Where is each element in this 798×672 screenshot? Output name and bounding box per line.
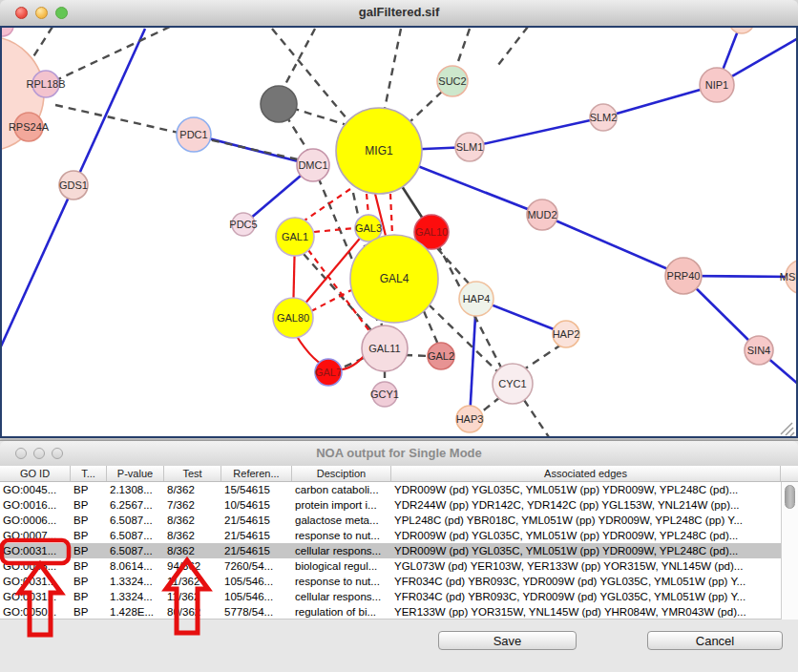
column-header-desciption[interactable]: Desciption	[292, 466, 391, 481]
cell-go_id: GO:0045...	[0, 482, 71, 497]
cell-go_id: GO:0007...	[0, 528, 71, 543]
table-body: GO:0045...BP2.1308...8/36215/54615carbon…	[0, 482, 781, 620]
cell-p_value: 1.3324...	[107, 589, 164, 604]
cell-associated_edges: YER133W (pp) YOR315W, YNL145W (pd) YHR08…	[391, 604, 781, 620]
cell-reference: 7260/54...	[221, 558, 292, 574]
node-label-GAL7: GAL7	[315, 367, 342, 378]
column-header-test[interactable]: Test	[164, 466, 221, 481]
column-header-p-value[interactable]: P-value	[107, 466, 164, 481]
node-label-DMC1: DMC1	[298, 159, 327, 171]
cell-type: BP	[71, 604, 107, 620]
cell-test: 11/362	[164, 574, 221, 589]
cell-type: BP	[71, 543, 107, 558]
network-canvas[interactable]: RPL18BRPS24AGDS1PDC1DMC1MIG1SUC2SLM1SLM2…	[0, 26, 798, 438]
cell-test: 80/362	[164, 604, 221, 620]
cell-test: 8/362	[164, 482, 221, 497]
cell-go_id: GO:0031...	[0, 589, 71, 604]
table-scrollbar[interactable]	[781, 482, 798, 620]
resize-grip-icon[interactable]	[781, 423, 794, 436]
node-label-MUD2: MUD2	[527, 209, 556, 220]
edge-dash	[524, 400, 551, 436]
cell-description: cellular respons...	[292, 589, 391, 604]
cell-reference: 15/54615	[221, 482, 292, 497]
save-button[interactable]: Save	[438, 631, 577, 650]
node-label-SUC2: SUC2	[438, 75, 466, 87]
scrollbar-thumb[interactable]	[785, 485, 795, 509]
cell-type: BP	[71, 574, 107, 589]
edge-dash	[284, 29, 315, 88]
cell-description: response to nut...	[292, 574, 391, 589]
table-row[interactable]: GO:0031...BP6.5087...8/36221/54615cellul…	[0, 543, 781, 558]
node-label-RPL18B: RPL18B	[27, 78, 66, 90]
edge-dash	[385, 29, 401, 109]
edge-dash	[498, 28, 528, 65]
cell-associated_edges: YGL073W (pd) YER103W, YER133W (pp) YOR31…	[391, 558, 781, 574]
cell-associated_edges: YPL248C (pd) YBR018C, YML051W (pp) YDR00…	[391, 513, 781, 528]
network-window-title: galFiltered.sif	[0, 5, 798, 19]
network-window-titlebar[interactable]: galFiltered.sif	[0, 0, 798, 27]
cell-test: 7/362	[164, 497, 221, 513]
edge-dash	[424, 311, 438, 345]
node-label-MIG1: MIG1	[365, 144, 393, 158]
table-row[interactable]: GO:0016...BP6.2567...7/36210/54615protei…	[0, 497, 781, 513]
cell-associated_edges: YFR034C (pd) YBR093C, YDR009W (pd) YGL03…	[391, 589, 781, 604]
node-label-SLM1: SLM1	[456, 141, 484, 153]
cell-reference: 21/54615	[221, 543, 292, 558]
cell-description: galactose meta...	[292, 513, 391, 528]
network-graph: RPL18BRPS24AGDS1PDC1DMC1MIG1SUC2SLM1SLM2…	[2, 28, 796, 436]
node-label-GDS1: GDS1	[59, 179, 88, 191]
cell-reference: 21/54615	[221, 528, 292, 543]
cell-reference: 105/546...	[221, 574, 292, 589]
column-header-associated-edges[interactable]: Associated edges	[391, 466, 781, 481]
cell-go_id: GO:0016...	[0, 497, 71, 513]
node-label-GCY1: GCY1	[370, 388, 399, 400]
edge-reddash	[390, 194, 392, 235]
column-header-t-[interactable]: T...	[71, 466, 107, 481]
edge-dash	[410, 92, 442, 122]
cell-type: BP	[71, 513, 107, 528]
cell-associated_edges: YDR009W (pd) YGL035C, YML051W (pp) YDR00…	[391, 528, 781, 543]
cell-reference: 10/54615	[221, 497, 292, 513]
noa-window-titlebar[interactable]: NOA output for Single Mode	[0, 441, 798, 467]
node-gray-node[interactable]	[261, 86, 297, 122]
cancel-button[interactable]: Cancel	[647, 631, 783, 650]
cell-description: cellular respons...	[292, 543, 391, 558]
node-corner-top-left[interactable]	[2, 28, 13, 36]
edge-dash	[405, 355, 429, 356]
table-row[interactable]: GO:0006...BP6.5087...8/36221/54615galact…	[0, 513, 781, 528]
network-window: galFiltered.sif RPL18BRPS24AGDS1PDC1DMC1…	[0, 0, 798, 438]
cell-type: BP	[71, 482, 107, 497]
cell-p_value: 6.2567...	[107, 497, 164, 513]
table-row[interactable]: GO:0065...BP8.0614...94/3627260/54...bio…	[0, 558, 781, 574]
node-label-RPS24A: RPS24A	[9, 121, 50, 133]
cell-go_id: GO:0050...	[0, 604, 71, 620]
node-label-PDC5: PDC5	[229, 219, 257, 230]
edge-reddash	[304, 189, 350, 220]
cell-description: response to nut...	[292, 528, 391, 543]
table-row[interactable]: GO:0031...BP1.3324...11/362105/546...cel…	[0, 589, 781, 604]
cell-test: 8/362	[164, 513, 221, 528]
cell-reference: 5778/54...	[221, 604, 292, 620]
cell-p_value: 1.3324...	[107, 574, 164, 589]
table-row[interactable]: GO:0031...BP1.3324...11/362105/546...res…	[0, 574, 781, 589]
edge-reddash	[367, 194, 368, 215]
edge-dash	[524, 345, 561, 369]
cell-test: 8/362	[164, 528, 221, 543]
column-header-scroll-cap	[781, 466, 798, 481]
table-row[interactable]: GO:0045...BP2.1308...8/36215/54615carbon…	[0, 482, 781, 497]
column-header-referen-[interactable]: Referen...	[221, 466, 292, 481]
table-row[interactable]: GO:0007...BP6.5087...8/36221/54615respon…	[0, 528, 781, 543]
node-label-GAL11: GAL11	[368, 343, 400, 354]
table-row[interactable]: GO:0050...BP1.428E...80/3625778/54...reg…	[0, 604, 781, 620]
cell-test: 8/362	[164, 543, 221, 558]
node-label-MSN: MSN	[780, 271, 796, 283]
edge-dash	[437, 248, 470, 284]
table-header[interactable]: GO IDT...P-valueTestReferen...Desciption…	[0, 466, 798, 482]
column-header-go-id[interactable]: GO ID	[0, 466, 71, 481]
node-label-PRP40: PRP40	[667, 270, 701, 282]
edge-reddash	[314, 228, 355, 232]
edge-dash	[481, 397, 500, 412]
node-label-GAL4: GAL4	[380, 272, 410, 285]
node-corner-top-right[interactable]	[729, 28, 754, 33]
cell-associated_edges: YDR009W (pd) YGL035C, YML051W (pp) YDR00…	[391, 482, 781, 497]
